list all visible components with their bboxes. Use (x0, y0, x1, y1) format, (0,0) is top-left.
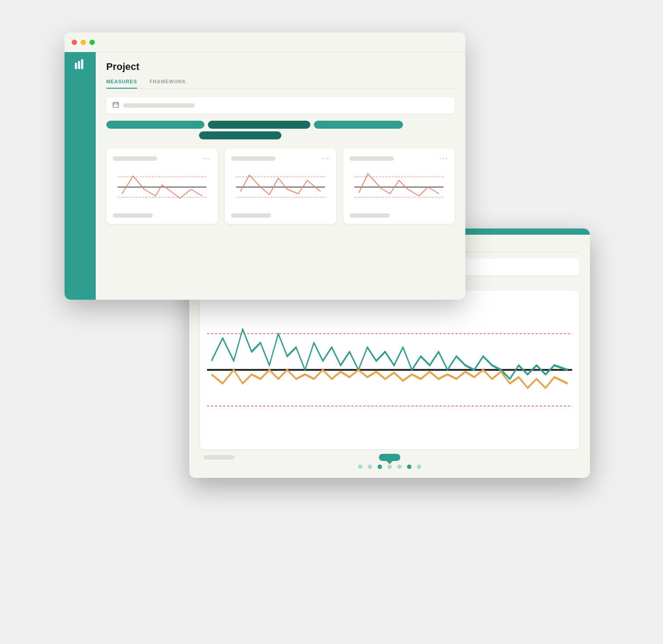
dot-2[interactable] (368, 465, 372, 469)
dot-1[interactable] (358, 465, 362, 469)
sidebar (65, 52, 96, 300)
progress-bar-1 (106, 121, 204, 129)
front-window: Project MEASURES FRAMEWORK (65, 33, 465, 300)
progress-bar-sub (199, 131, 281, 139)
card-2-title (231, 156, 276, 161)
main-content: Project MEASURES FRAMEWORK (96, 52, 465, 300)
svg-rect-0 (75, 63, 77, 69)
card-3-title (350, 156, 394, 161)
progress-row-1 (106, 121, 455, 129)
mini-chart-3 (350, 167, 448, 207)
calendar-icon (113, 102, 119, 109)
scene: Project MEASURES FRAMEWORK (65, 33, 599, 611)
card-2-header: ··· (231, 155, 330, 163)
metric-card-1: ··· (106, 148, 218, 224)
chart-legend-bar (203, 455, 235, 460)
tooltip-button[interactable] (379, 454, 400, 461)
svg-rect-1 (78, 61, 80, 69)
progress-bar-3 (314, 121, 403, 129)
mini-chart-1 (113, 167, 212, 207)
card-3-menu[interactable]: ··· (439, 155, 448, 163)
tab-framework[interactable]: FRAMEWORK (150, 79, 186, 89)
titlebar (65, 33, 465, 52)
svg-rect-2 (81, 59, 83, 69)
dot-3[interactable] (378, 465, 382, 469)
chart-bottom (200, 454, 579, 461)
tabs: MEASURES FRAMEWORK (106, 79, 455, 89)
card-2-menu[interactable]: ··· (321, 155, 329, 163)
mini-chart-2 (231, 167, 330, 207)
dot-6[interactable] (407, 465, 411, 469)
tab-measures[interactable]: MEASURES (106, 79, 137, 89)
date-filter[interactable] (106, 97, 455, 114)
main-chart-svg (207, 298, 572, 442)
close-button[interactable] (72, 40, 77, 45)
progress-row-2 (106, 131, 455, 139)
card-1-footer (113, 213, 153, 218)
card-3-footer (350, 213, 390, 218)
bar-chart-icon[interactable] (75, 59, 85, 72)
minimize-button[interactable] (81, 40, 86, 45)
main-chart-area (200, 290, 579, 449)
card-1-menu[interactable]: ··· (203, 155, 211, 163)
svg-rect-3 (113, 102, 118, 107)
card-1-title (113, 156, 157, 161)
card-3-header: ··· (350, 155, 448, 163)
card-2-footer (231, 213, 271, 218)
date-value-bar (123, 103, 195, 108)
metric-card-3: ··· (343, 148, 455, 224)
card-1-header: ··· (113, 155, 212, 163)
maximize-button[interactable] (89, 40, 95, 45)
metric-card-2: ··· (225, 148, 336, 224)
dot-7[interactable] (417, 465, 421, 469)
dot-5[interactable] (397, 465, 402, 469)
page-title: Project (106, 61, 455, 73)
cards-row: ··· (106, 148, 455, 224)
dot-4[interactable] (387, 465, 392, 469)
progress-bar-2 (208, 121, 310, 129)
progress-group (106, 121, 455, 139)
